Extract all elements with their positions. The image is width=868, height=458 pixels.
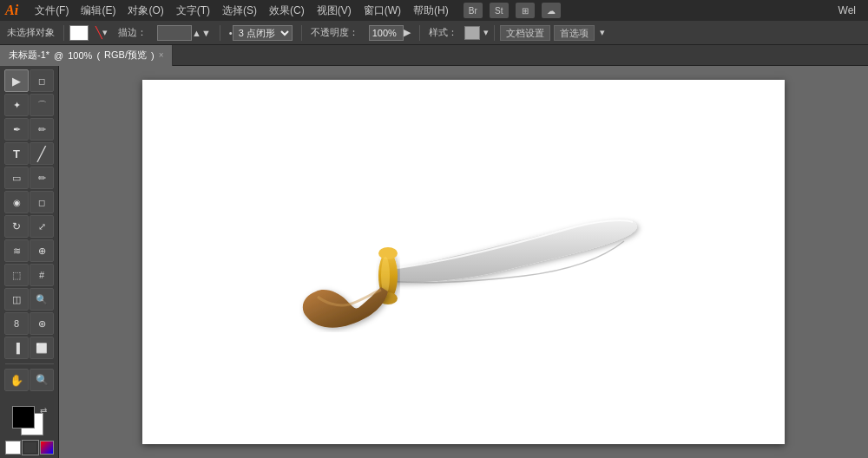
scale-tool[interactable]: ⤢	[30, 215, 54, 238]
perspective-tool[interactable]: ⬚	[4, 264, 29, 286]
color-boxes: ⇄	[12, 406, 47, 437]
line-tool[interactable]: ╱	[30, 142, 54, 165]
pencil-icon: ╲	[95, 26, 102, 39]
sep4	[419, 25, 420, 41]
add-anchor-tool[interactable]: ✏	[30, 118, 54, 141]
fill-stroke-row	[5, 441, 54, 455]
sep1	[63, 25, 64, 41]
foreground-color-box[interactable]	[12, 406, 35, 429]
prefs-button[interactable]: 首选项	[554, 25, 595, 41]
tool-row-2: ✦ ⌒	[4, 94, 54, 116]
grid-icon[interactable]: ⊞	[516, 3, 535, 18]
direct-select-tool[interactable]: ◻	[30, 69, 54, 92]
sep3	[301, 25, 302, 41]
menu-select[interactable]: 选择(S)	[216, 2, 263, 20]
bridge-icon[interactable]: Br	[464, 3, 483, 18]
canvas	[142, 80, 785, 444]
eyedropper-tool[interactable]: 🔍	[30, 288, 54, 311]
swap-colors-icon[interactable]: ⇄	[40, 406, 47, 415]
tool-row-6: ◉ ◻	[4, 191, 54, 213]
lasso-tool[interactable]: ⌒	[30, 94, 54, 116]
doc-setup-button[interactable]: 文档设置	[500, 25, 550, 41]
graph-tool[interactable]: ▐	[4, 337, 29, 359]
menu-help[interactable]: 帮助(H)	[407, 2, 455, 20]
opacity-area: ▶	[365, 23, 414, 43]
cloud-icon[interactable]: ☁	[542, 3, 561, 18]
hand-tool[interactable]: ✋	[4, 369, 29, 391]
menu-object[interactable]: 对象(O)	[122, 2, 169, 20]
title-bar: Ai 文件(F) 编辑(E) 对象(O) 文字(T) 选择(S) 效果(C) 视…	[0, 0, 868, 21]
left-toolbar: ▶ ◻ ✦ ⌒ ✒ ✏ T ╱ ▭ ✏ ◉ ◻ ↻ ⤢ ≋ ⊕	[0, 66, 59, 458]
prefs-dropdown[interactable]: ▾	[598, 27, 607, 38]
sep5	[494, 25, 495, 41]
artboard-tool[interactable]: ⬜	[30, 337, 54, 359]
tab-close-button[interactable]: ×	[159, 50, 164, 60]
toolbar: 未选择对象 ╲ ▾ 描边： ▲▼ • 3 点闭形 不透明度： ▶ 样式： ▾ 文…	[0, 21, 868, 45]
document-tab[interactable]: 未标题-1* @ 100% ( RGB/预览 ) ×	[0, 45, 173, 66]
stroke-input-area: ▲▼	[154, 23, 214, 43]
gradient-indicator[interactable]	[40, 441, 54, 455]
tool-row-3: ✒ ✏	[4, 118, 54, 141]
rotate-tool[interactable]: ↻	[4, 215, 29, 238]
stock-icon[interactable]: St	[490, 3, 509, 18]
menu-view[interactable]: 视图(V)	[311, 2, 358, 20]
sword-illustration	[247, 179, 681, 352]
shape-builder-tool[interactable]: ⊕	[30, 239, 54, 262]
stroke-label: ╲ ▾	[92, 24, 111, 41]
warp-tool[interactable]: ≋	[4, 239, 29, 262]
tool-row-8: ≋ ⊕	[4, 239, 54, 262]
rectangle-tool[interactable]: ▭	[4, 167, 29, 189]
tool-row-4: T ╱	[4, 142, 54, 165]
menu-window[interactable]: 窗口(W)	[358, 2, 407, 20]
menu-edit[interactable]: 编辑(E)	[75, 2, 122, 20]
arrow-tool[interactable]: ▶	[4, 69, 29, 92]
fill-color[interactable]	[69, 25, 89, 41]
stroke-indicator[interactable]	[23, 441, 38, 455]
tool-row-13: ✋ 🔍	[4, 369, 54, 391]
main-area: ▶ ◻ ✦ ⌒ ✒ ✏ T ╱ ▭ ✏ ◉ ◻ ↻ ⤢ ≋ ⊕	[0, 66, 868, 458]
tab-title: 未标题-1*	[9, 49, 49, 62]
style-dropdown[interactable]: ▾	[483, 27, 489, 38]
style-color[interactable]	[464, 26, 480, 40]
tab-zoom: @	[54, 50, 63, 61]
menu-text[interactable]: 文字(T)	[170, 2, 216, 20]
canvas-area[interactable]	[59, 66, 868, 458]
menu-effect[interactable]: 效果(C)	[263, 2, 311, 20]
stroke-text: 描边：	[115, 24, 150, 41]
stroke-input[interactable]	[157, 25, 192, 41]
symbol-tool[interactable]: ⊛	[30, 312, 54, 335]
sep2	[220, 25, 220, 41]
pencil-tool[interactable]: ✏	[30, 167, 54, 189]
point-type-select[interactable]: 3 点闭形	[233, 25, 293, 41]
sword-svg	[247, 179, 681, 352]
tab-color-mode: (	[96, 50, 100, 61]
tool-row-11: 8 ⊛	[4, 312, 54, 335]
opacity-input[interactable]	[369, 25, 404, 41]
blob-brush-tool[interactable]: ◉	[4, 191, 29, 213]
style-label: 样式：	[425, 24, 461, 41]
tab-zoom-value: 100%	[68, 50, 92, 61]
eraser-tool[interactable]: ◻	[30, 191, 54, 213]
blend-tool[interactable]: 8	[4, 312, 29, 335]
tool-row-7: ↻ ⤢	[4, 215, 54, 238]
tab-color-mode-value: RGB/预览	[104, 49, 147, 62]
color-area: ⇄	[0, 406, 58, 455]
mesh-tool[interactable]: #	[30, 264, 54, 286]
magic-wand-tool[interactable]: ✦	[4, 94, 29, 116]
app-logo: Ai	[5, 3, 18, 18]
svg-point-1	[378, 247, 398, 259]
pen-tool[interactable]: ✒	[4, 118, 29, 141]
type-tool[interactable]: T	[4, 142, 29, 165]
tool-row-1: ▶ ◻	[4, 69, 54, 92]
zoom-tool[interactable]: 🔍	[30, 369, 54, 391]
selection-label: 未选择对象	[3, 24, 58, 41]
fill-indicator[interactable]	[5, 441, 21, 455]
tool-row-12: ▐ ⬜	[4, 337, 54, 359]
menu-file[interactable]: 文件(F)	[29, 2, 75, 20]
tab-bar: 未标题-1* @ 100% ( RGB/预览 ) ×	[0, 45, 868, 66]
gradient-tool[interactable]: ◫	[4, 288, 29, 311]
tool-row-9: ⬚ #	[4, 264, 54, 286]
opacity-label: 不透明度：	[307, 24, 362, 41]
welcome-text: Wel	[838, 4, 863, 16]
tool-separator	[5, 363, 54, 364]
